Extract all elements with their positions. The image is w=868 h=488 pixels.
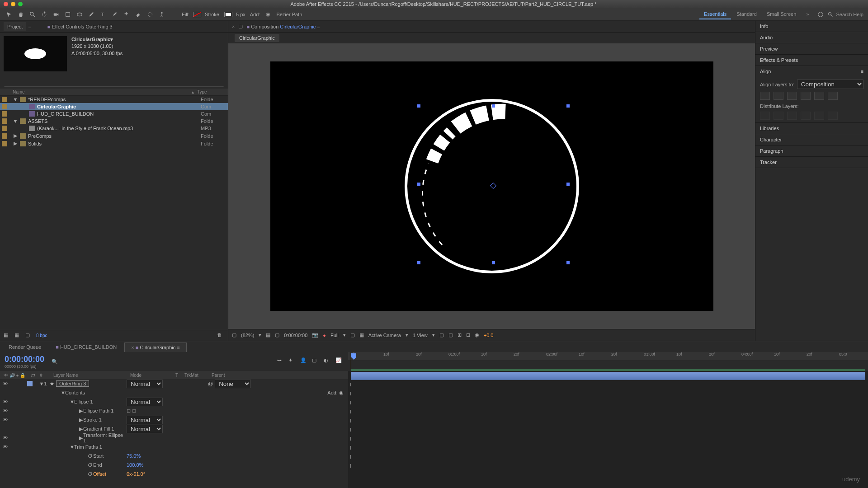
fast-previews-icon[interactable]: ▢ <box>448 332 453 338</box>
property-value[interactable]: 100.0% <box>127 462 143 468</box>
add-shape-icon[interactable]: ◉ <box>339 390 344 395</box>
align-right-icon[interactable] <box>787 92 797 100</box>
resolution-select[interactable]: Full <box>330 333 339 338</box>
tree-row[interactable]: ▶ PreComps Folde <box>0 132 228 140</box>
tree-row[interactable]: CirlcularGraphic Com <box>0 103 228 110</box>
timeline-search-icon[interactable]: 🔍 <box>52 359 58 365</box>
label-swatch[interactable] <box>2 141 7 146</box>
align-top-icon[interactable] <box>801 92 811 100</box>
time-ruler[interactable]: 0f10f20f01:00f10f20f02:00f10f20f03:00f10… <box>348 352 868 371</box>
eye-icon[interactable]: 👁 <box>3 381 8 386</box>
eraser-tool-icon[interactable] <box>134 10 143 19</box>
align-left-icon[interactable] <box>760 92 770 100</box>
channel-icon[interactable]: ● <box>323 333 326 338</box>
stopwatch-icon[interactable]: ⏱ <box>88 462 93 468</box>
tree-twirl-icon[interactable]: ▶ <box>13 141 18 146</box>
mode-select[interactable]: Normal <box>127 416 163 424</box>
shape-item-row[interactable]: ▶Gradient Fill 1 Normal <box>0 424 348 433</box>
roi-icon[interactable]: ▢ <box>350 332 355 338</box>
label-swatch[interactable] <box>27 381 33 386</box>
motion-blur-icon[interactable]: ◐ <box>324 357 332 366</box>
align-bottom-icon[interactable] <box>828 92 838 100</box>
align-to-select[interactable]: Composition <box>797 80 863 89</box>
view-layout[interactable]: 1 View <box>413 333 428 338</box>
shape-item-row[interactable]: 👁 ▶Ellipse Path 1 ⊡ ⊡ <box>0 406 348 415</box>
contents-twirl-icon[interactable]: ▼ <box>61 390 65 395</box>
align-vcenter-icon[interactable] <box>814 92 824 100</box>
twirl-icon[interactable]: ▶ <box>79 426 83 432</box>
trash-icon[interactable]: 🗑 <box>217 332 224 339</box>
preview-panel[interactable]: Preview <box>755 43 868 54</box>
viewport[interactable] <box>228 43 755 329</box>
pickwhip-icon[interactable]: @ <box>208 381 213 386</box>
transparency-grid-icon[interactable]: ▦ <box>359 332 364 338</box>
active-camera[interactable]: Active Camera <box>368 333 401 338</box>
hide-shy-icon[interactable]: 👤 <box>300 357 308 366</box>
tree-twirl-icon[interactable]: ▼ <box>13 118 18 124</box>
label-swatch[interactable] <box>2 97 7 102</box>
timeline-icon[interactable]: ⊞ <box>458 332 462 338</box>
stroke-swatch[interactable] <box>224 12 232 17</box>
distribute-hcenter-icon[interactable] <box>814 112 824 120</box>
label-swatch[interactable] <box>2 126 7 131</box>
magnification-icon[interactable]: ▢ <box>232 332 236 338</box>
info-panel[interactable]: Info <box>755 21 868 32</box>
fill-swatch[interactable] <box>193 12 201 17</box>
label-swatch[interactable] <box>2 133 7 139</box>
col-layer-name[interactable]: Layer Name <box>52 373 128 378</box>
effects-presets-panel[interactable]: Effects & Presets <box>755 55 868 66</box>
tree-row[interactable]: ▼ *RENDERcomps Folde <box>0 96 228 103</box>
tab-circular-graphic[interactable]: × ■ CirlcularGraphic ≡ <box>124 343 187 352</box>
draft3d-icon[interactable]: ✦ <box>288 357 297 366</box>
eye-icon[interactable]: 👁 <box>3 408 8 413</box>
minimize-window-button[interactable] <box>11 2 15 6</box>
shape-item-row[interactable]: 👁 ▼Trim Paths 1 <box>0 442 348 451</box>
pen-tool-icon[interactable] <box>87 10 96 19</box>
align-panel-header[interactable]: Align≡ <box>755 66 868 77</box>
paragraph-panel[interactable]: Paragraph <box>755 145 868 156</box>
twirl-icon[interactable]: ▶ <box>79 408 83 414</box>
libraries-panel[interactable]: Libraries <box>755 123 868 134</box>
eye-icon[interactable]: 👁 <box>3 444 8 450</box>
shape-item-row[interactable]: 👁 ▼Ellipse 1 Normal <box>0 397 348 406</box>
layer-twirl-icon[interactable]: ▼ <box>39 381 44 386</box>
sync-settings-icon[interactable] <box>816 10 825 19</box>
property-value[interactable]: 75.0% <box>127 453 141 459</box>
mode-select[interactable]: Normal <box>127 425 163 433</box>
twirl-icon[interactable]: ▼ <box>70 444 74 450</box>
contents-row[interactable]: ▼Contents Add: ◉ <box>0 388 348 397</box>
tree-row[interactable]: ▶ Solids Folde <box>0 140 228 147</box>
property-row[interactable]: ⏱ End 100.0% <box>0 460 348 469</box>
timeline-tracks[interactable] <box>348 371 868 488</box>
bezier-path-toggle[interactable]: Bezier Path <box>276 12 302 17</box>
tree-twirl-icon[interactable]: ▶ <box>13 133 18 139</box>
resolution-grid-icon[interactable]: ▦ <box>266 332 270 338</box>
hand-tool-icon[interactable] <box>16 10 25 19</box>
tree-twirl-icon[interactable]: ▼ <box>13 97 18 102</box>
label-swatch[interactable] <box>2 118 7 124</box>
camera-tool-icon[interactable] <box>52 10 61 19</box>
parent-select[interactable]: None <box>215 380 251 388</box>
viewer-close-icon[interactable]: × <box>232 24 235 29</box>
workspace-essentials[interactable]: Essentials <box>699 9 731 19</box>
col-trkmat[interactable]: TrkMat <box>183 373 210 378</box>
viewer-tab[interactable]: ■ Composition CirlcularGraphic ≡ <box>246 24 320 29</box>
eye-icon[interactable]: 👁 <box>3 399 8 404</box>
exposure-value[interactable]: +0.0 <box>484 333 494 338</box>
layer-row[interactable]: 👁 ▼1 ★OuterRing 3 Normal @None <box>0 379 348 388</box>
current-time-indicator[interactable] <box>351 352 351 371</box>
mode-select[interactable]: Normal <box>127 380 163 388</box>
project-search-input[interactable] <box>4 77 224 87</box>
pan-behind-tool-icon[interactable] <box>63 10 72 19</box>
property-row[interactable]: ⏱ Start 75.0% <box>0 451 348 460</box>
shape-item-row[interactable]: 👁 ▶Transform: Ellipse 1 <box>0 433 348 442</box>
project-tab[interactable]: Project <box>4 22 26 31</box>
tracker-panel[interactable]: Tracker <box>755 157 868 168</box>
stopwatch-icon[interactable]: ⏱ <box>88 471 93 477</box>
brush-tool-icon[interactable] <box>110 10 119 19</box>
search-help[interactable]: Search Help <box>828 12 863 17</box>
property-row[interactable]: ⏱ Offset 0x-61.0° <box>0 469 348 479</box>
puppet-tool-icon[interactable] <box>157 10 166 19</box>
graph-editor-icon[interactable]: 📈 <box>335 357 344 366</box>
shape-tool-icon[interactable] <box>75 10 84 19</box>
